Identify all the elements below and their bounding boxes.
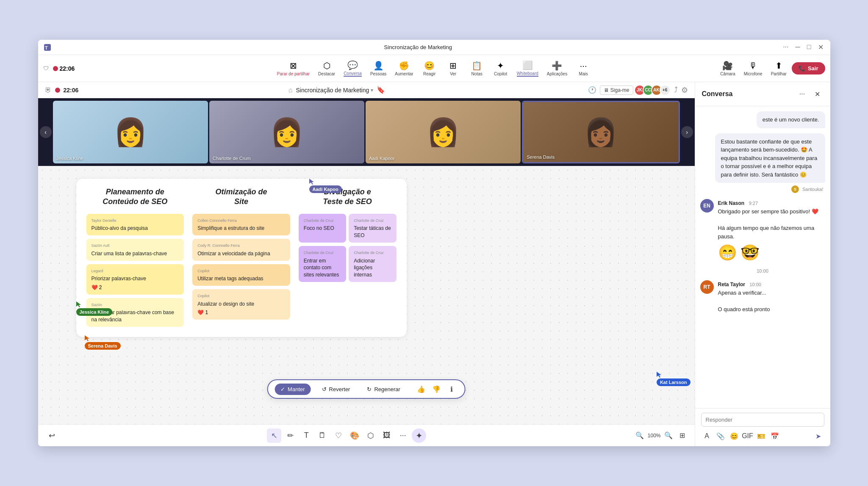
copilot-button[interactable]: ✦ Copilot <box>490 59 512 78</box>
card-meta: Charlotte de Cruz <box>354 250 391 256</box>
pen-tool[interactable]: ✏ <box>283 428 297 443</box>
thumbs-up-button[interactable]: 👍 <box>415 383 427 395</box>
kanban-col-site-opt: Otimização deSite Collen Connnello Ferra… <box>192 187 290 327</box>
minimize-icon[interactable]: ─ <box>793 43 801 51</box>
close-icon[interactable]: ✕ <box>816 43 825 51</box>
santouka-avatar: S <box>790 185 800 194</box>
app-window: T Sincronização de Marketing ··· ─ □ ✕ 🛡… <box>38 40 830 446</box>
shield-icon: 🛡 <box>43 65 49 72</box>
highlight-button[interactable]: ⬡ Destacar <box>315 59 338 78</box>
image-tool[interactable]: 🖼 <box>380 428 394 443</box>
reply-format-button[interactable]: A <box>701 430 713 442</box>
heart-tool[interactable]: ♡ <box>331 428 346 443</box>
reply-schedule-button[interactable]: 📅 <box>769 430 781 442</box>
view-icon: ⊞ <box>449 61 457 71</box>
rec-dot <box>53 66 58 71</box>
reply-emoji-button[interactable]: 😊 <box>728 430 740 442</box>
mic-icon: 🎙 <box>749 61 757 71</box>
more-button[interactable]: ··· Mais <box>572 59 594 78</box>
santouka-name: Santouka! <box>802 187 824 192</box>
reply-sticker-button[interactable]: 🎫 <box>755 430 767 442</box>
people-button[interactable]: 👤 Pessoas <box>367 59 390 78</box>
video-card-jessica: 👩 Jessica Kline <box>53 101 208 163</box>
share-meeting-icon[interactable]: ⤴ <box>674 86 678 94</box>
video-prev[interactable]: ‹ <box>40 126 52 138</box>
main-content: ⛨ 22:06 ⌂ Sincronização de Marketing ▾ 🔖… <box>38 82 830 446</box>
notes-button[interactable]: 📋 Notas <box>466 59 488 78</box>
recording-bar: ⛨ 22:06 ⌂ Sincronização de Marketing ▾ 🔖… <box>38 82 695 98</box>
fit-button[interactable]: ⊞ <box>677 430 688 441</box>
thumbs-down-button[interactable]: 👎 <box>430 383 443 395</box>
cursor-label-jessica: Jessica Kline <box>76 308 113 316</box>
window-controls[interactable]: ··· ─ □ ✕ <box>781 43 825 51</box>
copilot-icon: ✦ <box>497 61 504 71</box>
phone-icon: 📞 <box>799 65 805 72</box>
mic-button[interactable]: 🎙 Microfone <box>740 59 766 78</box>
color-tool[interactable]: 🎨 <box>347 428 362 443</box>
zoom-out-button[interactable]: 🔍 <box>634 430 645 441</box>
copilot-fab[interactable]: ✦ <box>412 428 426 443</box>
info-button[interactable]: ℹ <box>445 383 458 395</box>
more-avatars[interactable]: +6 <box>660 85 671 96</box>
recording-time: 22:06 <box>60 65 75 72</box>
keep-button[interactable]: ✓ Manter <box>275 384 311 395</box>
more-icon[interactable]: ··· <box>781 43 790 51</box>
card-testar: Charlotte de Cruz Testar táticas de SEO <box>349 214 396 243</box>
select-tool[interactable]: ↖ <box>267 428 281 443</box>
reply-input[interactable] <box>701 413 824 427</box>
panel-more-button[interactable]: ··· <box>796 88 808 100</box>
settings-icon[interactable]: ⚙ <box>681 86 688 95</box>
share-button[interactable]: ⬆ Partilhar <box>768 59 790 78</box>
panel-title: Conversa <box>702 90 733 98</box>
sticky-note-tool[interactable]: 🗒 <box>315 428 330 443</box>
kanban-board: Planeamento deConteúdo de SEO Taylor Den… <box>76 179 407 337</box>
undo-button[interactable]: ↩ <box>45 428 59 443</box>
panel-close-button[interactable]: ✕ <box>812 88 824 100</box>
apps-button[interactable]: ➕ Aplicações <box>544 59 571 78</box>
panel-header-icons: ··· ✕ <box>796 88 824 100</box>
video-next[interactable]: › <box>681 126 693 138</box>
leave-button[interactable]: 📞 Sair <box>792 62 825 75</box>
bookmark-icon[interactable]: 🔖 <box>377 86 385 94</box>
card-simplifique: Collen Connnello Ferra Simplifique a est… <box>192 214 290 235</box>
shape-tool[interactable]: ⬡ <box>363 428 378 443</box>
toolbar-left: 🛡 22:06 <box>43 65 75 72</box>
canvas-area[interactable]: Planeamento deConteúdo de SEO Taylor Den… <box>38 166 695 424</box>
card-meta: Taylor Denielle <box>92 218 179 224</box>
whiteboard-icon: ⬜ <box>522 60 533 70</box>
reply-attach-button[interactable]: 📎 <box>715 430 727 442</box>
react-button[interactable]: 😊 Reagir <box>419 59 441 78</box>
chevron-down-icon[interactable]: ▾ <box>371 87 373 93</box>
stop-share-button[interactable]: ⊠ Parar de partilhar <box>274 59 313 78</box>
reply-toolbar: A 📎 😊 GIF 🎫 📅 ➤ <box>701 430 824 442</box>
camera-button[interactable]: 🎥 Câmara <box>717 59 739 78</box>
view-button[interactable]: ⊞ Ver <box>442 59 464 78</box>
reply-send-button[interactable]: ➤ <box>813 430 824 442</box>
zoom-in-button[interactable]: 🔍 <box>663 430 674 441</box>
svg-marker-5 <box>657 372 661 378</box>
regenerate-button[interactable]: ↻ Regenerar <box>361 384 406 395</box>
raise-button[interactable]: ✊ Aumentar <box>391 59 416 78</box>
chat-icon: 💬 <box>347 60 358 70</box>
cursor-label-serena: Serena Davis <box>85 342 121 350</box>
chat-button[interactable]: 💬 Conversa <box>340 58 365 78</box>
jessica-name: Jessica Kline <box>56 156 83 161</box>
revert-icon: ↺ <box>322 386 327 392</box>
card-meta: Charlotte de Cruz <box>354 218 391 224</box>
text-tool[interactable]: T <box>299 428 313 443</box>
aadi-name: Aadi Kapoor <box>369 156 395 161</box>
zoom-control: 🔍 100% 🔍 ⊞ <box>634 430 688 441</box>
more-tools-button[interactable]: ··· <box>396 428 410 443</box>
revert-button[interactable]: ↺ Reverter <box>316 384 356 395</box>
home-icon[interactable]: ⌂ <box>288 86 293 94</box>
svg-text:T: T <box>45 45 48 50</box>
reply-gif-button[interactable]: GIF <box>742 430 754 442</box>
meeting-controls: 🕐 🖥 Siga-me JK CC AK +6 ⤴ ⚙ <box>588 85 688 96</box>
whiteboard-button[interactable]: ⬜ Whiteboard <box>513 58 542 78</box>
main-toolbar: 🛡 22:06 ⊠ Parar de partilhar ⬡ Destacar … <box>38 55 830 82</box>
card-design: Copilot Atualizar o design do site ❤️ 1 <box>192 289 290 320</box>
erik-header: Erik Nason 9:27 <box>718 199 825 207</box>
meeting-nav: ⌂ Sincronização de Marketing ▾ 🔖 <box>89 86 585 94</box>
maximize-icon[interactable]: □ <box>805 43 813 51</box>
follow-me-button[interactable]: 🖥 Siga-me <box>600 86 633 95</box>
